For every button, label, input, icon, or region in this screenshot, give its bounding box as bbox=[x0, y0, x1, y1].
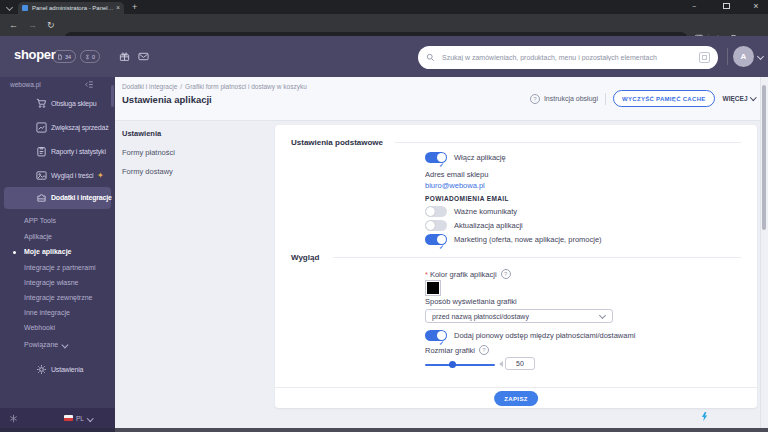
sidebar-subitem-aplikacje[interactable]: Aplikacje bbox=[24, 233, 52, 240]
document-icon bbox=[57, 53, 63, 61]
bottom-edge-right bbox=[115, 428, 768, 432]
display-mode-label: Sposób wyświetlania grafiki bbox=[425, 297, 517, 306]
notif-important-toggle[interactable] bbox=[425, 206, 447, 217]
shoper-logo[interactable]: shoper bbox=[14, 47, 56, 62]
tab-ustawienia[interactable]: Ustawienia bbox=[122, 129, 161, 138]
search-input[interactable] bbox=[440, 53, 699, 62]
language-chevron-down-icon[interactable] bbox=[87, 415, 93, 421]
browser-toolbar: ← → ↻ https://webowa.shoparena.pl/admin/… bbox=[0, 14, 768, 36]
search-icon bbox=[426, 53, 435, 62]
notif-updates-toggle[interactable] bbox=[425, 220, 447, 231]
sidebar-item-dodatki-i-integracje[interactable]: Dodatki i integracje bbox=[4, 187, 111, 209]
reload-icon[interactable]: ↻ bbox=[47, 14, 55, 36]
help-circle-icon[interactable] bbox=[479, 345, 489, 355]
clear-cache-button[interactable]: WYCZYŚĆ PAMIĘĆ CACHE bbox=[613, 90, 715, 107]
keyboard-shortcut-icon bbox=[699, 52, 710, 63]
bottom-edge-left bbox=[0, 428, 115, 432]
hourglass-icon bbox=[85, 53, 90, 61]
section-basic-title: Ustawienia podstawowe bbox=[291, 138, 383, 147]
chat-widget-icon[interactable] bbox=[700, 411, 709, 422]
chevron-down-icon bbox=[750, 94, 756, 100]
sparkle-icon bbox=[97, 171, 104, 180]
notif-marketing-toggle[interactable] bbox=[425, 234, 447, 245]
documents-badge[interactable]: 34 bbox=[52, 50, 76, 63]
window-maximize-button[interactable] bbox=[716, 0, 736, 14]
display-mode-select[interactable]: przed nazwą płatności/dostawy bbox=[425, 309, 613, 323]
sidebar-item-obsluga-sklepu[interactable]: Obsługa sklepu bbox=[0, 93, 115, 115]
header-divider bbox=[727, 48, 728, 65]
language-label[interactable]: PL bbox=[76, 415, 84, 422]
new-tab-button[interactable] bbox=[132, 0, 137, 14]
notif-marketing-row: Marketing (oferta, nowe aplikacje, promo… bbox=[425, 234, 602, 245]
back-icon[interactable]: ← bbox=[9, 14, 18, 36]
sidebar-subitem-integracje-zewnetrzne[interactable]: Integracje zewnętrzne bbox=[24, 294, 92, 301]
breadcrumb: Dodatki i integracje/Grafiki form płatno… bbox=[122, 83, 307, 90]
more-button[interactable]: WIĘCEJ bbox=[723, 95, 755, 102]
sidebar-subitem-inne-integracje[interactable]: Inne integracje bbox=[24, 309, 70, 316]
report-icon bbox=[36, 146, 47, 157]
tab-formy-dostawy[interactable]: Formy dostawy bbox=[122, 167, 173, 176]
window-minimize-button[interactable] bbox=[684, 0, 704, 14]
sidebar-subitem-webhooki[interactable]: Webhooki bbox=[24, 324, 55, 331]
size-slider-track[interactable] bbox=[425, 364, 495, 366]
tab-search-caret-icon[interactable] bbox=[6, 4, 13, 11]
section-divider bbox=[395, 142, 741, 143]
sidebar: webowa.pl Obsługa sklepu Zwiększaj sprze… bbox=[0, 77, 115, 432]
breadcrumb-item[interactable]: Dodatki i integracje bbox=[122, 83, 177, 90]
avatar[interactable]: A bbox=[733, 46, 754, 67]
window-close-button[interactable] bbox=[746, 0, 766, 14]
sidebar-item-ustawienia[interactable]: Ustawienia bbox=[0, 359, 115, 381]
shoper-mark-icon[interactable] bbox=[9, 414, 18, 423]
gift-icon[interactable] bbox=[119, 51, 130, 62]
sidebar-collapse-icon[interactable] bbox=[84, 80, 94, 89]
sidebar-item-zwiekszaj-sprzedaz[interactable]: Zwiększaj sprzedaż bbox=[0, 117, 115, 139]
forward-icon[interactable]: → bbox=[28, 14, 37, 36]
sidebar-subitem-integracje-z-partnerami[interactable]: Integracje z partnerami bbox=[24, 264, 96, 271]
size-input-arrow-icon bbox=[499, 361, 503, 367]
sidebar-subitem-integracje-wlasne[interactable]: Integracje własne bbox=[24, 279, 78, 286]
help-link[interactable]: Instrukcja obsługi bbox=[544, 95, 598, 102]
size-label-row: Rozmiar grafiki bbox=[425, 345, 489, 355]
documents-count: 34 bbox=[65, 54, 71, 60]
sidebar-subitem-app-tools[interactable]: APP Tools bbox=[24, 217, 56, 224]
favicon bbox=[22, 5, 28, 11]
tab-title: Panel administratora - Panel Ad bbox=[32, 5, 114, 11]
enable-app-row: Włącz aplikację bbox=[425, 152, 506, 163]
color-swatch[interactable] bbox=[425, 280, 441, 296]
mail-icon[interactable] bbox=[138, 51, 149, 62]
sidebar-item-wyglad-i-tresci[interactable]: Wygląd i treści bbox=[0, 165, 115, 187]
shop-email-label: Adres email sklepu bbox=[425, 170, 488, 179]
help-circle-icon[interactable] bbox=[530, 94, 540, 104]
page-title: Ustawienia aplikacji bbox=[122, 94, 212, 105]
section-divider bbox=[333, 257, 741, 258]
save-button[interactable]: ZAPISZ bbox=[494, 391, 538, 406]
sidebar-subitem-powiazane[interactable]: Powiązane bbox=[24, 341, 67, 348]
tab-close-icon[interactable] bbox=[116, 2, 120, 14]
shop-name[interactable]: webowa.pl bbox=[10, 81, 41, 88]
sidebar-item-raporty-i-statystyki[interactable]: Raporty i statystyki bbox=[0, 141, 115, 163]
shop-email-value[interactable]: biuro@webowa.pl bbox=[425, 181, 485, 190]
sidebar-footer: PL bbox=[0, 408, 115, 428]
browser-tab-strip: Panel administratora - Panel Ad bbox=[0, 0, 768, 14]
active-bullet-icon bbox=[13, 251, 16, 254]
sidebar-subitem-moje-aplikacje[interactable]: Moje aplikacje bbox=[24, 248, 71, 255]
cart-icon bbox=[36, 98, 47, 109]
trend-icon bbox=[36, 122, 47, 133]
browser-window: Panel administratora - Panel Ad ← → ↻ ht… bbox=[0, 0, 768, 432]
spacing-toggle[interactable] bbox=[425, 330, 447, 341]
enable-app-toggle[interactable] bbox=[425, 152, 447, 163]
size-input[interactable] bbox=[505, 357, 535, 370]
section-appearance-title: Wygląd bbox=[291, 253, 319, 262]
tab-formy-platnosci[interactable]: Formy płatności bbox=[122, 148, 175, 157]
browser-tab[interactable]: Panel administratora - Panel Ad bbox=[18, 2, 124, 14]
size-slider-handle[interactable] bbox=[449, 361, 456, 368]
page-scrollbar-thumb[interactable] bbox=[762, 85, 766, 230]
page-header-actions: Instrukcja obsługi WYCZYŚĆ PAMIĘĆ CACHE … bbox=[530, 90, 755, 107]
image-icon bbox=[36, 170, 47, 181]
tasks-badge[interactable]: 0 bbox=[80, 50, 100, 63]
puzzle-icon bbox=[36, 192, 47, 203]
poland-flag-icon bbox=[64, 415, 73, 421]
help-circle-icon[interactable] bbox=[501, 269, 511, 279]
page-header: Dodatki i integracje/Grafiki form płatno… bbox=[115, 77, 761, 121]
chevron-down-icon bbox=[62, 341, 68, 347]
